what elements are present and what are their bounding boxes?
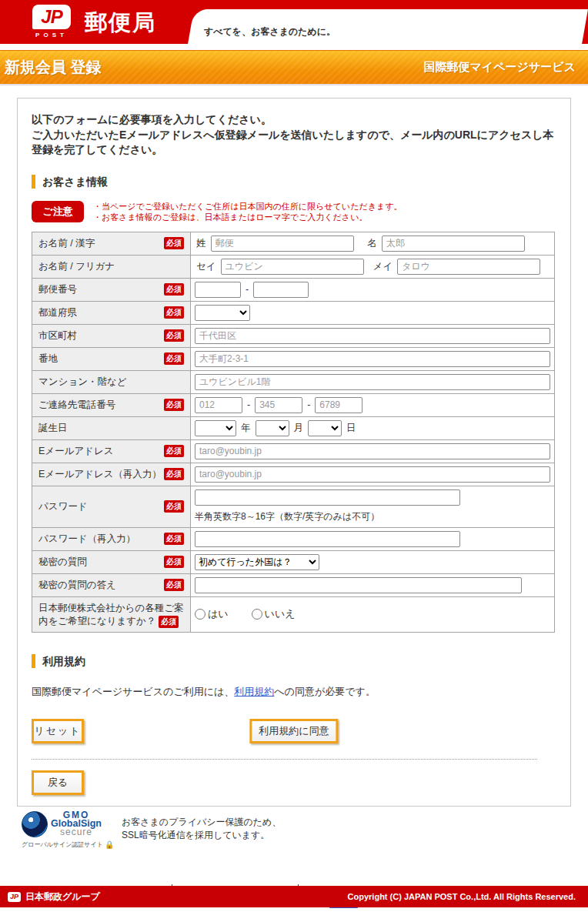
building-label: マンション・階など — [38, 376, 127, 389]
page-title: 新規会員 登録 — [5, 57, 102, 78]
building-input[interactable] — [195, 374, 550, 390]
secret-answer-input[interactable] — [195, 577, 522, 593]
ssl-description: お客さまのプライバシー保護のため、 SSL暗号化通信を採用しています。 — [122, 816, 281, 842]
month-unit: 月 — [294, 422, 304, 435]
email-label: Eメールアドレス — [38, 445, 114, 458]
terms-text-after: への同意が必要です。 — [274, 686, 376, 697]
terms-link[interactable]: 利用規約 — [234, 686, 274, 697]
required-badge: 必須 — [164, 579, 184, 591]
city-input[interactable] — [195, 328, 550, 344]
newsletter-no-radio[interactable] — [252, 609, 262, 620]
form-instructions: 以下のフォームに必要事項を入力してください。 ご入力いただいたEメールアドレスへ… — [32, 112, 556, 158]
logo-jp-text: JP — [41, 6, 62, 28]
row-secret-question: 秘密の質問必須 初めて行った外国は？ — [32, 550, 554, 573]
street-address-input[interactable] — [195, 351, 550, 367]
back-button[interactable]: 戻る — [32, 770, 84, 795]
jp-post-logo[interactable]: JP POST 郵便局 — [29, 5, 156, 40]
row-name-kanji: お名前 / 漢字必須 姓 名 — [32, 232, 554, 255]
page-title-bar: 新規会員 登録 国際郵便マイページサービス — [0, 50, 588, 85]
first-name-kana-input[interactable] — [397, 259, 540, 275]
year-unit: 年 — [241, 422, 251, 435]
registration-form-table: お名前 / 漢字必須 姓 名 お名前 / フリガナ セイ メイ 郵便番号必須 - — [32, 232, 555, 633]
row-postal-code: 郵便番号必須 - — [32, 278, 554, 301]
required-badge: 必須 — [164, 556, 184, 568]
row-street-address: 番地必須 — [32, 347, 554, 370]
row-password-confirm: パスワード（再入力）必須 — [32, 527, 554, 550]
first-name-kanji-input[interactable] — [382, 236, 525, 252]
secret-question-select[interactable]: 初めて行った外国は？ — [195, 554, 319, 570]
globalsign-site-label: グローバルサイン認証サイト — [22, 840, 103, 849]
dotted-divider — [32, 759, 537, 760]
last-name-kana-input[interactable] — [221, 259, 364, 275]
customer-info-heading: お客さま情報 — [32, 175, 556, 189]
email-input[interactable] — [195, 443, 550, 459]
row-newsletter: 日本郵便株式会社からの各種ご案内をご希望になりますか？必須 はい いいえ — [32, 596, 554, 632]
postal-code-1-input[interactable] — [195, 282, 241, 298]
caution-note-2: ・お客さま情報のご登録は、日本語またはローマ字でご入力ください。 — [93, 212, 402, 222]
phone-separator: - — [307, 399, 310, 410]
secret-question-label: 秘密の質問 — [38, 556, 87, 569]
row-name-kana: お名前 / フリガナ セイ メイ — [32, 255, 554, 278]
postal-code-2-input[interactable] — [253, 282, 309, 298]
birthday-label: 誕生日 — [38, 422, 68, 435]
copyright: Copyright (C) JAPAN POST Co.,Ltd. All Ri… — [348, 892, 576, 901]
newsletter-no-option[interactable]: いいえ — [252, 607, 296, 621]
logo-post-text: POST — [29, 32, 74, 38]
birth-year-select[interactable] — [195, 420, 236, 436]
required-badge: 必須 — [164, 329, 184, 342]
secret-answer-label: 秘密の質問の答え — [38, 579, 116, 592]
prefecture-select[interactable] — [195, 305, 250, 321]
agree-terms-button[interactable]: 利用規約に同意 — [249, 719, 338, 743]
phone-2-input[interactable] — [255, 397, 302, 413]
globalsign-eye-icon — [22, 811, 48, 837]
required-badge: 必須 — [164, 399, 184, 411]
phone-3-input[interactable] — [315, 397, 362, 413]
birth-month-select[interactable] — [256, 420, 289, 436]
row-building: マンション・階など — [32, 370, 554, 393]
postal-label: 郵便番号 — [38, 283, 77, 296]
terms-text-before: 国際郵便マイページサービスのご利用には、 — [32, 686, 234, 697]
postal-separator: - — [246, 284, 249, 295]
password-input[interactable] — [195, 489, 460, 506]
required-badge: 必須 — [164, 533, 184, 545]
row-phone: ご連絡先電話番号必須 - - — [32, 393, 554, 416]
email-confirm-input[interactable] — [195, 466, 550, 483]
terms-heading: 利用規約 — [32, 654, 556, 668]
form-buttons: リセット 利用規約に同意 — [32, 719, 556, 743]
last-name-kanji-input[interactable] — [211, 236, 354, 252]
birth-day-select[interactable] — [308, 420, 342, 436]
mei-label: 名 — [368, 237, 378, 250]
footer-bar: JP 日本郵政グループ Copyright (C) JAPAN POST Co.… — [0, 886, 588, 907]
registration-form-panel: 以下のフォームに必要事項を入力してください。 ご入力いただいたEメールアドレスへ… — [17, 98, 571, 807]
day-unit: 日 — [346, 422, 356, 435]
newsletter-yes-radio[interactable] — [195, 609, 205, 620]
email-confirm-label: Eメールアドレス（再入力） — [38, 468, 162, 481]
mei-kana-label: メイ — [373, 260, 393, 273]
row-password: パスワード必須 半角英数字8～16字（数字/英字のみは不可） — [32, 486, 554, 527]
prefecture-label: 都道府県 — [38, 306, 77, 319]
site-logo-title: 郵便局 — [85, 5, 156, 40]
required-badge: 必須 — [159, 616, 179, 628]
caution-block: ご注意 ・当ページでご登録いただくご住所は日本国内の住所に限らせていただきます。… — [32, 201, 556, 222]
caution-notes: ・当ページでご登録いただくご住所は日本国内の住所に限らせていただきます。 ・お客… — [93, 201, 402, 222]
name-kanji-label: お名前 / 漢字 — [38, 237, 95, 250]
password-confirm-input[interactable] — [195, 531, 460, 547]
tagline: すべてを、お客さまのために。 — [204, 25, 336, 38]
row-email-confirm: Eメールアドレス（再入力）必須 — [32, 463, 554, 486]
instruction-line1: 以下のフォームに必要事項を入力してください。 — [32, 112, 556, 128]
sei-label: 姓 — [196, 237, 206, 250]
phone-separator: - — [247, 399, 250, 410]
newsletter-yes-option[interactable]: はい — [195, 607, 229, 621]
ssl-desc-line1: お客さまのプライバシー保護のため、 — [122, 816, 281, 829]
ssl-desc-line2: SSL暗号化通信を採用しています。 — [122, 829, 281, 842]
globalsign-seal[interactable]: GMO GlobalSign secure グローバルサイン認証サイト 🔒 — [22, 811, 99, 849]
lock-icon: 🔒 — [105, 840, 114, 849]
password-label: パスワード — [38, 500, 88, 513]
phone-label: ご連絡先電話番号 — [38, 399, 115, 412]
reset-button[interactable]: リセット — [32, 719, 84, 743]
phone-1-input[interactable] — [195, 397, 242, 413]
required-badge: 必須 — [164, 283, 184, 296]
jp-group-logo-icon: JP — [8, 892, 21, 902]
row-secret-answer: 秘密の質問の答え必須 — [32, 573, 554, 596]
required-badge: 必須 — [164, 500, 184, 513]
